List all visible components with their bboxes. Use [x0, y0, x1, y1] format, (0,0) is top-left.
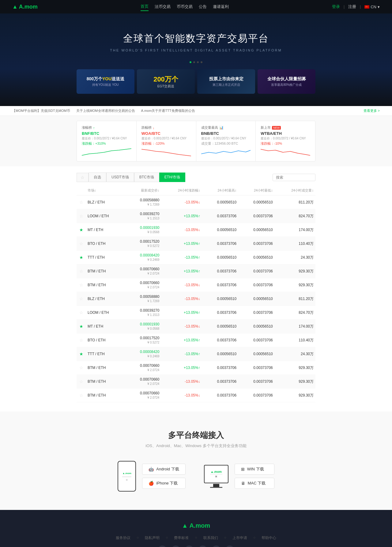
- stat-new-change: 涨跌幅：-10%: [261, 141, 310, 146]
- market-tabs: ☆ 自选 USDT市场 BTC市场 ETH/市场: [77, 173, 315, 182]
- star-cell[interactable]: ★: [77, 223, 86, 237]
- nav-announce[interactable]: 公告: [199, 3, 207, 11]
- banner-1[interactable]: 800万个YOU送送送 持有YOU就送 YOU: [77, 69, 134, 94]
- download-subtitle: iOS、Android、Mac、Windows 多个平台支持全业务功能: [12, 443, 380, 449]
- pair-cell[interactable]: BLZ / ETH: [86, 196, 125, 209]
- low-cell: 0.00373706: [238, 333, 275, 347]
- nav-fiat[interactable]: 法币交易: [155, 3, 171, 11]
- weibo-icon[interactable]: 微: [212, 545, 221, 547]
- change-cell: -13.05%↑: [161, 251, 202, 264]
- footer-link-contact[interactable]: 联系我们: [203, 535, 218, 541]
- tab-eth[interactable]: ETH/市场: [159, 173, 185, 182]
- price-cell: 0.00070660 ¥ 2.0724: [125, 375, 161, 389]
- banner-2[interactable]: 200万个 EGT交易送: [137, 69, 195, 94]
- star-cell[interactable]: ☆: [77, 361, 86, 375]
- footer-link-listing[interactable]: 上市申请: [232, 535, 247, 541]
- pair-cell[interactable]: TTT / ETH: [86, 347, 125, 361]
- pair-cell[interactable]: BTM / ETH: [86, 361, 125, 375]
- tab-btc2[interactable]: BTC市场: [134, 173, 159, 182]
- pair-cell[interactable]: MT / ETH: [86, 320, 125, 333]
- banner-4[interactable]: 全球合伙人限量招募 首享最高80%推广分成: [258, 69, 315, 94]
- col-pair[interactable]: 市场↕: [86, 186, 125, 196]
- hero-dots: [6, 61, 386, 63]
- star-cell[interactable]: ☆: [77, 389, 86, 402]
- col-low[interactable]: 24小时最低↕: [238, 186, 275, 196]
- phone-mockup: ▲.mom: [118, 461, 136, 492]
- email-icon[interactable]: ✉: [225, 545, 234, 547]
- tab-star[interactable]: ☆: [77, 173, 89, 182]
- pair-cell[interactable]: TTT / ETH: [86, 251, 125, 264]
- register-button[interactable]: 注册: [348, 4, 356, 9]
- vol-cell: 174.00万: [275, 320, 315, 333]
- nav-referral[interactable]: 邀请返利: [213, 3, 229, 11]
- pair-cell[interactable]: MT / ETH: [86, 223, 125, 237]
- pair-cell[interactable]: BTO / ETH: [86, 333, 125, 347]
- search-input[interactable]: [273, 174, 315, 181]
- star-cell[interactable]: ☆: [77, 264, 86, 278]
- desktop-download-btns: ⊞ WIN 下载 🖥 MAC 下载: [235, 464, 274, 489]
- stat-new-chart: [261, 148, 310, 157]
- price-cell: 0.00039270 ¥ 1.1513: [125, 306, 161, 320]
- star-cell[interactable]: ★: [77, 320, 86, 333]
- table-row: ☆ BTM / ETH 0.00070660 ¥ 2.0724 -13.05%↓…: [77, 278, 315, 292]
- logo[interactable]: ▲ A.mom: [12, 4, 38, 10]
- ios-download-button[interactable]: 🍎 iPhone 下载: [142, 478, 185, 489]
- star-cell[interactable]: ☆: [77, 292, 86, 306]
- footer-link-privacy[interactable]: 隐私声明: [145, 535, 160, 541]
- mac-download-button[interactable]: 🖥 MAC 下载: [235, 478, 274, 489]
- dot-4[interactable]: [201, 61, 202, 63]
- footer-link-fees[interactable]: 费率标准: [174, 535, 189, 541]
- nav-crypto[interactable]: 币币交易: [177, 3, 193, 11]
- facebook-icon[interactable]: f: [172, 545, 180, 547]
- dot-1[interactable]: [190, 61, 191, 63]
- star-cell[interactable]: ★: [77, 251, 86, 264]
- twitter-icon[interactable]: 🐦: [185, 545, 194, 547]
- col-change[interactable]: 24小时涨跌幅↕: [161, 186, 202, 196]
- pair-cell[interactable]: BTM / ETH: [86, 264, 125, 278]
- mac-icon: 🖥: [241, 481, 245, 486]
- star-cell[interactable]: ☆: [77, 306, 86, 320]
- star-cell[interactable]: ★: [77, 347, 86, 361]
- col-price[interactable]: 最新成交价↕: [125, 186, 161, 196]
- low-cell: 0.00373706: [238, 264, 275, 278]
- pair-cell[interactable]: BTM / ETH: [86, 278, 125, 292]
- footer-link-terms[interactable]: 服务协议: [116, 535, 130, 541]
- telegram-icon[interactable]: ✈: [158, 545, 167, 547]
- change-cell: -13.05%↓: [161, 196, 202, 209]
- star-cell[interactable]: ☆: [77, 209, 86, 223]
- dot-3[interactable]: [197, 61, 199, 63]
- star-cell[interactable]: ☆: [77, 375, 86, 389]
- high-cell: 0.00373706: [202, 389, 239, 402]
- banner-3[interactable]: 投票上市由你来定 第三期上市正式开启: [197, 69, 255, 94]
- tab-usdt[interactable]: 自选: [89, 173, 106, 182]
- pair-cell[interactable]: LOOM / ETH: [86, 306, 125, 320]
- header: ▲ A.mom 首页 法币交易 币币交易 公告 邀请返利 登录 | 注册 | 🇨…: [0, 0, 392, 13]
- tab-btc[interactable]: USDT市场: [106, 173, 134, 182]
- star-cell[interactable]: ☆: [77, 237, 86, 251]
- footer-links: 服务协议 ○ 隐私声明 ○ 费率标准 ○ 联系我们 ○ 上市申请 ○ 帮助中心: [12, 535, 380, 541]
- android-download-button[interactable]: 🤖 Android 下载: [142, 464, 185, 475]
- login-button[interactable]: 登录: [332, 4, 340, 9]
- vol-cell: 24.30万: [275, 251, 315, 264]
- footer-link-help[interactable]: 帮助中心: [262, 535, 276, 541]
- pair-cell[interactable]: BTO / ETH: [86, 237, 125, 251]
- price-cell: 0.00070660 ¥ 2.0724: [125, 264, 161, 278]
- nav-home[interactable]: 首页: [141, 2, 149, 11]
- pair-cell[interactable]: LOOM / ETH: [86, 209, 125, 223]
- pair-cell[interactable]: BTM / ETH: [86, 389, 125, 402]
- pair-cell[interactable]: BLZ / ETH: [86, 292, 125, 306]
- col-vol[interactable]: 24小时成交量↕: [275, 186, 315, 196]
- win-download-button[interactable]: ⊞ WIN 下载: [235, 464, 274, 475]
- pair-cell[interactable]: BTM / ETH: [86, 375, 125, 389]
- dot-2[interactable]: [193, 61, 195, 63]
- language-selector[interactable]: 🇨🇳 CN ▾: [364, 5, 380, 9]
- star-cell[interactable]: ☆: [77, 196, 86, 209]
- star-cell[interactable]: ☆: [77, 278, 86, 292]
- stat-card-vol: 成交量最高 📊 BNB/BTC 最近价：0.001/2072 / ¥0.64 C…: [196, 121, 256, 161]
- low-cell: 0.00056510: [238, 196, 275, 209]
- col-high[interactable]: 24小时最高↕: [202, 186, 239, 196]
- star-cell[interactable]: ☆: [77, 333, 86, 347]
- col-fav: [77, 186, 86, 196]
- wechat-icon[interactable]: 💬: [198, 545, 207, 547]
- ticker-more[interactable]: 查看更多 >: [364, 108, 380, 113]
